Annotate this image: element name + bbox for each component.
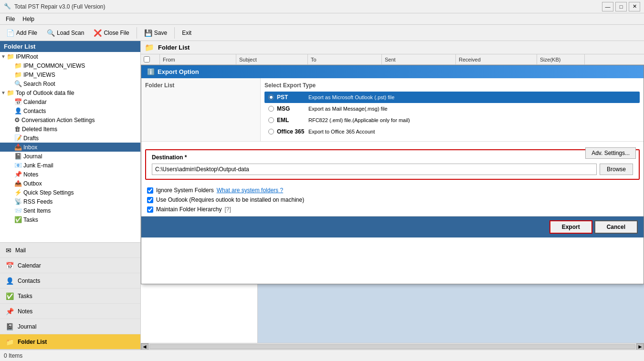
- export-option-eml[interactable]: EML RFC822 (.eml) file.(Applicable only …: [264, 114, 640, 126]
- tree-item[interactable]: ▼ 📁 Top of Outlook data file: [0, 88, 140, 97]
- tree-item-label: Search Root: [23, 81, 55, 87]
- option-desc-eml: RFC822 (.eml) file.(Applicable only for …: [308, 117, 410, 123]
- radio-o365[interactable]: [268, 129, 274, 134]
- checkbox-1[interactable]: [147, 197, 153, 203]
- tree-item-label: Drafts: [23, 135, 39, 142]
- minimize-button[interactable]: —: [602, 2, 613, 11]
- tree-folder-icon: 📨: [14, 207, 22, 214]
- add-file-button[interactable]: 📄 Add File: [2, 27, 42, 39]
- export-option-o365[interactable]: Office 365 Export to Office 365 Account: [264, 126, 640, 137]
- tree-item[interactable]: 📁 IPM_VIEWS: [0, 70, 140, 79]
- checkbox-row-2: Maintain Folder Hierarchy [?]: [147, 205, 638, 214]
- dialog-title-icon: ℹ️: [147, 68, 155, 75]
- tree-item-label: Calendar: [23, 99, 47, 105]
- save-button[interactable]: 💾 Save: [140, 27, 171, 39]
- dialog-export-types: Select Export Type PST Export as Microso…: [261, 78, 644, 141]
- destination-input[interactable]: [152, 164, 597, 175]
- select-all-checkbox[interactable]: [144, 56, 150, 62]
- load-scan-button[interactable]: 🔍 Load Scan: [42, 27, 88, 39]
- tree-item[interactable]: 🔍 Search Root: [0, 79, 140, 88]
- options-section: Ignore System Folders What are system fo…: [141, 184, 644, 216]
- nav-btn-tasks[interactable]: ✅ Tasks: [0, 289, 140, 304]
- tree-folder-icon: 📁: [7, 89, 14, 96]
- sidebar-header: Folder List: [0, 41, 140, 52]
- nav-btn-mail[interactable]: ✉ Mail: [0, 243, 140, 258]
- nav-btn-notes[interactable]: 📌 Notes: [0, 304, 140, 319]
- tree-item[interactable]: 📥 Inbox: [0, 143, 140, 152]
- export-option-pst[interactable]: PST Export as Microsoft Outlook (.pst) f…: [264, 92, 640, 103]
- tree-item[interactable]: ✅ Tasks: [0, 215, 140, 224]
- folder-list-header-bar: 📁 Folder List: [141, 41, 644, 54]
- horizontal-scrollbar[interactable]: ◄ ►: [141, 343, 644, 350]
- exit-button[interactable]: Exit: [178, 28, 196, 38]
- tree-folder-icon: 📅: [14, 98, 22, 105]
- dialog-folder-list: Folder List: [141, 78, 261, 141]
- sidebar-title: Folder List: [4, 43, 35, 50]
- close-button[interactable]: ✕: [629, 2, 640, 11]
- tree-item-label: Sent Items: [23, 207, 51, 214]
- tree-item[interactable]: 📡 RSS Feeds: [0, 197, 140, 206]
- help-menu[interactable]: Help: [19, 15, 38, 23]
- add-file-icon: 📄: [6, 29, 14, 37]
- nav-btn-contacts[interactable]: 👤 Contacts: [0, 273, 140, 289]
- tree-item-label: Top of Outlook data file: [16, 90, 74, 96]
- maximize-button[interactable]: □: [615, 2, 627, 11]
- scroll-track[interactable]: [149, 344, 635, 349]
- tree-item[interactable]: 👤 Contacts: [0, 106, 140, 115]
- checkbox-label-2: Maintain Folder Hierarchy: [156, 206, 222, 213]
- tree-item[interactable]: 📌 Notes: [0, 170, 140, 179]
- tree-folder-icon: 📡: [14, 198, 22, 205]
- nav-label: Notes: [18, 308, 32, 315]
- folder-header-icon: 📁: [145, 43, 154, 52]
- tree-item[interactable]: 📨 Sent Items: [0, 206, 140, 215]
- app-icon: 🔧: [4, 3, 11, 10]
- tree-item[interactable]: 📁 IPM_COMMON_VIEWS: [0, 61, 140, 70]
- folder-tree[interactable]: ▼ 📁 IPMRoot 📁 IPM_COMMON_VIEWS 📁 IPM_VIE…: [0, 52, 140, 242]
- dialog-title-text: Export Option: [158, 68, 199, 75]
- nav-icon: ✅: [6, 292, 14, 300]
- radio-pst[interactable]: [268, 94, 274, 100]
- nav-btn-journal[interactable]: 📓 Journal: [0, 319, 140, 334]
- tree-item[interactable]: 📝 Drafts: [0, 134, 140, 143]
- system-folders-link[interactable]: What are system folders ?: [217, 187, 283, 194]
- checkbox-2[interactable]: [147, 206, 153, 213]
- tree-item[interactable]: 📅 Calendar: [0, 97, 140, 106]
- nav-label: Contacts: [18, 278, 40, 284]
- close-file-button[interactable]: ❌ Close File: [89, 27, 133, 39]
- cancel-button[interactable]: Cancel: [594, 220, 638, 234]
- nav-btn-calendar[interactable]: 📅 Calendar: [0, 258, 140, 273]
- destination-row: Browse: [152, 164, 633, 175]
- tree-item[interactable]: 📓 Journal: [0, 152, 140, 161]
- tree-expand-icon: ▼: [0, 54, 7, 59]
- col-header-checkbox: [141, 54, 160, 64]
- content-area: ▼ C:\Users\admin\Desktop\michel@... ▼ 📁 …: [141, 65, 644, 343]
- nav-label: Tasks: [18, 293, 32, 299]
- tree-item-label: Tasks: [23, 217, 38, 223]
- scroll-left-button[interactable]: ◄: [141, 343, 148, 350]
- destination-section: Destination * Browse: [145, 149, 640, 180]
- file-menu[interactable]: File: [2, 15, 19, 23]
- export-button[interactable]: Export: [549, 220, 592, 234]
- nav-btn-folder-list[interactable]: 📁 Folder List: [0, 334, 140, 350]
- tree-folder-icon: ⚡: [14, 189, 22, 196]
- radio-msg[interactable]: [268, 106, 274, 112]
- tree-item[interactable]: 📤 Outbox: [0, 179, 140, 188]
- tree-item[interactable]: 📧 Junk E-mail: [0, 161, 140, 170]
- tree-item[interactable]: ▼ 📁 IPMRoot: [0, 52, 140, 61]
- adv-settings-button[interactable]: Adv. Settings...: [585, 147, 636, 159]
- option-desc-pst: Export as Microsoft Outlook (.pst) file: [308, 94, 394, 100]
- window-title: Total PST Repair v3.0 (Full Version): [14, 3, 602, 10]
- tree-item[interactable]: 🗑 Deleted Items: [0, 124, 140, 134]
- tree-item-label: Deleted Items: [22, 126, 57, 133]
- tree-item[interactable]: ⚡ Quick Step Settings: [0, 188, 140, 197]
- tree-item-label: IPMRoot: [16, 53, 38, 60]
- tree-item-label: Inbox: [23, 144, 37, 151]
- scroll-right-button[interactable]: ►: [636, 343, 644, 350]
- export-option-msg[interactable]: MSG Export as Mail Message(.msg) file: [264, 103, 640, 114]
- radio-eml[interactable]: [268, 117, 274, 123]
- select-type-label: Select Export Type: [264, 82, 640, 89]
- help-link[interactable]: [?]: [224, 206, 231, 213]
- checkbox-0[interactable]: [147, 187, 153, 194]
- tree-item[interactable]: ⚙ Conversation Action Settings: [0, 115, 140, 124]
- browse-button[interactable]: Browse: [600, 164, 633, 175]
